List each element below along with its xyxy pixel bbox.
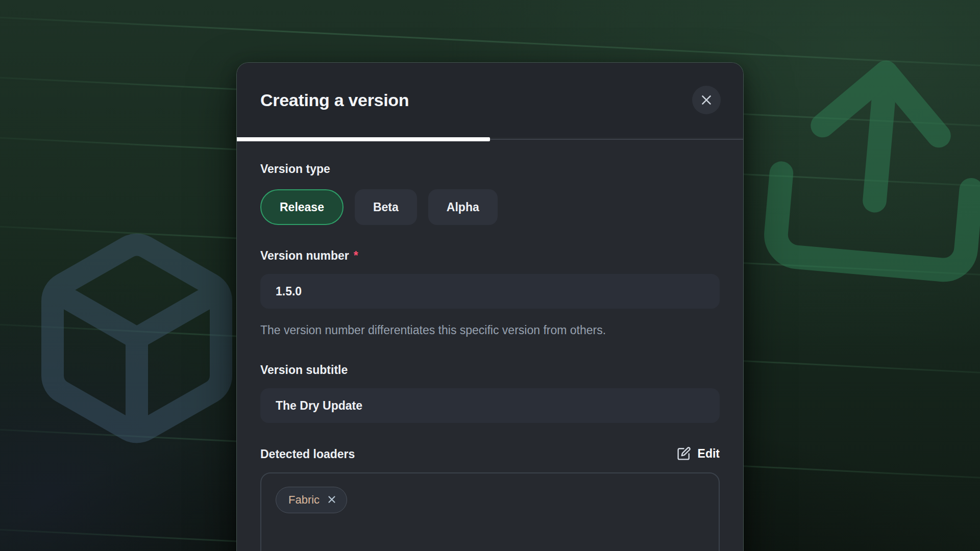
version-type-release-chip[interactable]: Release <box>260 189 344 225</box>
close-icon <box>700 93 713 107</box>
edit-pencil-icon <box>676 446 691 461</box>
progress-bar <box>237 137 743 141</box>
required-asterisk: * <box>354 248 358 263</box>
loader-chip-label: Fabric <box>288 493 320 507</box>
detected-loaders-box: Fabric <box>260 472 720 551</box>
detected-loaders-row: Detected loaders Edit <box>260 446 720 461</box>
progress-fill <box>237 137 490 141</box>
cube-icon <box>24 218 249 458</box>
version-number-help-text: The version number differentiates this s… <box>260 321 669 339</box>
remove-loader-button[interactable] <box>325 493 338 508</box>
version-type-label: Version type <box>260 162 720 176</box>
upload-icon <box>722 20 980 330</box>
version-number-input[interactable] <box>260 274 720 309</box>
version-type-beta-chip[interactable]: Beta <box>355 189 417 225</box>
close-button[interactable] <box>692 86 721 114</box>
page-background: Creating a version Version type Release … <box>0 0 980 551</box>
create-version-modal: Creating a version Version type Release … <box>236 62 744 551</box>
modal-body: Version type Release Beta Alpha Version … <box>237 162 743 551</box>
edit-label: Edit <box>698 447 720 461</box>
modal-title: Creating a version <box>260 90 409 110</box>
version-subtitle-label: Version subtitle <box>260 363 720 377</box>
modal-header: Creating a version <box>237 63 743 137</box>
version-type-chip-row: Release Beta Alpha <box>260 189 720 225</box>
edit-loaders-button[interactable]: Edit <box>676 446 720 461</box>
version-subtitle-input[interactable] <box>260 388 720 423</box>
version-number-label: Version number * <box>260 248 720 263</box>
loader-chip-fabric[interactable]: Fabric <box>276 487 347 513</box>
detected-loaders-label: Detected loaders <box>260 447 355 461</box>
version-type-alpha-chip[interactable]: Alpha <box>428 189 498 225</box>
remove-x-icon <box>326 494 337 507</box>
